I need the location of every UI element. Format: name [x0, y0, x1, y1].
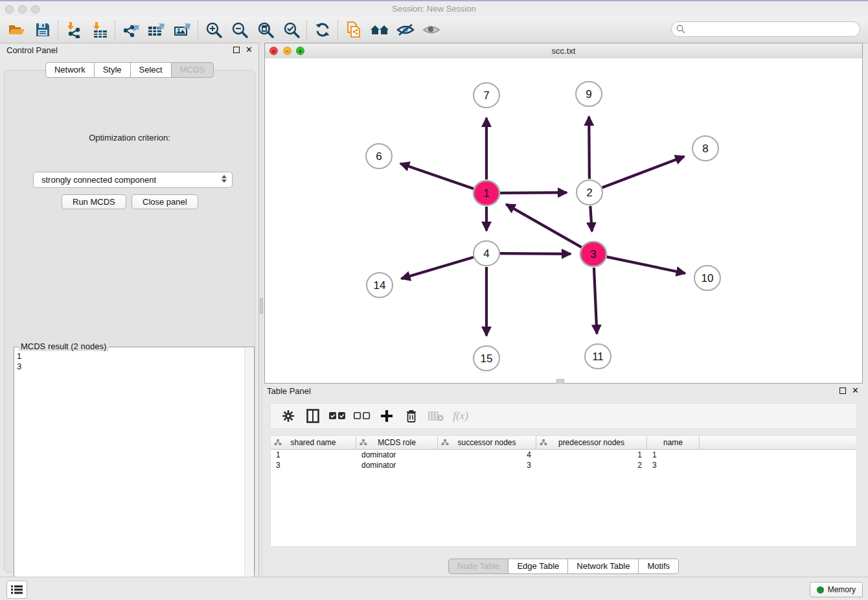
network-resize-grip[interactable] — [556, 379, 564, 384]
graph-node-6[interactable]: 6 — [366, 144, 392, 168]
refresh-layout-icon[interactable] — [310, 19, 336, 41]
column-header-MCDS-role[interactable]: MCDS role — [356, 436, 438, 449]
open-session-icon[interactable] — [4, 19, 30, 41]
select-all-icon[interactable] — [325, 406, 350, 426]
export-network-icon[interactable] — [118, 19, 144, 41]
panel-splitter[interactable] — [258, 43, 264, 577]
function-builder-icon[interactable]: f(x) — [448, 406, 473, 426]
tab-mcds[interactable]: MCDS — [172, 62, 214, 78]
zoom-in-icon[interactable] — [201, 19, 227, 41]
float-panel-icon[interactable] — [233, 47, 240, 53]
graph-node-1[interactable]: 1 — [474, 181, 499, 205]
column-header-name[interactable]: name — [647, 436, 700, 449]
graph-node-15[interactable]: 15 — [474, 346, 499, 371]
table-cell[interactable]: 3 — [271, 460, 356, 470]
unselect-all-icon[interactable] — [350, 406, 374, 426]
zoom-out-icon[interactable] — [227, 19, 253, 41]
graph-node-11[interactable]: 11 — [585, 344, 611, 369]
table-panel: Table Panel ✕ — [264, 385, 863, 575]
table-cell[interactable]: 1 — [647, 450, 700, 460]
copy-view-icon[interactable] — [341, 19, 367, 41]
add-row-icon[interactable] — [374, 406, 399, 426]
table-cell[interactable]: 3 — [438, 460, 536, 470]
tab-select[interactable]: Select — [131, 62, 172, 78]
tab-network-table[interactable]: Network Table — [568, 559, 639, 574]
run-mcds-button[interactable]: Run MCDS — [62, 194, 126, 209]
delete-row-trash-icon[interactable] — [399, 406, 424, 426]
graph-node-14[interactable]: 14 — [367, 273, 393, 297]
graph-node-2[interactable]: 2 — [577, 180, 602, 205]
search-input[interactable] — [671, 21, 860, 37]
edge-1-2[interactable] — [500, 192, 567, 193]
table-row[interactable]: 3dominator323 — [271, 460, 856, 470]
splitter-grip[interactable] — [260, 298, 263, 314]
tab-edge-table[interactable]: Edge Table — [508, 559, 568, 574]
control-panel-title: Control Panel — [6, 45, 58, 55]
tab-style[interactable]: Style — [95, 62, 131, 78]
column-header-successor-nodes[interactable]: successor nodes — [438, 436, 536, 449]
table-row[interactable]: 1dominator411 — [271, 450, 856, 460]
import-table-icon[interactable] — [87, 19, 113, 41]
graph-node-4[interactable]: 4 — [474, 241, 499, 266]
hide-details-eye-icon[interactable] — [393, 19, 418, 41]
column-header-predecessor-nodes[interactable]: predecessor nodes — [536, 436, 647, 449]
edge-3-11[interactable] — [594, 268, 597, 334]
graph-node-3[interactable]: 3 — [580, 242, 606, 266]
graph-node-9[interactable]: 9 — [576, 82, 602, 106]
table-cell[interactable]: 1 — [271, 450, 356, 460]
graph-node-10[interactable]: 10 — [694, 266, 720, 290]
node-table[interactable]: shared nameMCDS rolesuccessor nodesprede… — [270, 435, 857, 547]
edge-4-14[interactable] — [402, 257, 474, 279]
criterion-dropdown[interactable]: strongly connected component — [33, 172, 233, 188]
node-label: 9 — [586, 88, 591, 100]
graph-node-7[interactable]: 7 — [474, 83, 499, 108]
edge-4-3[interactable] — [500, 253, 571, 254]
export-image-icon[interactable] — [170, 19, 196, 41]
tab-motifs[interactable]: Motifs — [639, 559, 679, 574]
export-table-icon[interactable] — [144, 19, 170, 41]
close-table-panel-icon[interactable]: ✕ — [852, 387, 859, 394]
close-panel-button[interactable]: Close panel — [131, 194, 198, 209]
toolbar-separator — [58, 20, 59, 40]
delete-column-icon[interactable] — [424, 406, 448, 426]
node-label: 15 — [481, 352, 493, 365]
result-item[interactable]: 3 — [17, 362, 244, 372]
table-cell[interactable]: dominator — [356, 460, 438, 470]
network-window-title: scc.txt — [265, 46, 862, 56]
edge-3-10[interactable] — [607, 257, 685, 273]
task-history-button[interactable] — [6, 581, 27, 599]
column-header-shared-name[interactable]: shared name — [271, 436, 356, 449]
gear-icon[interactable] — [276, 406, 301, 426]
network-graph[interactable]: 7968124314101511 — [265, 58, 862, 383]
table-cell[interactable]: dominator — [356, 450, 438, 460]
node-label: 8 — [702, 143, 708, 155]
save-session-icon[interactable] — [30, 19, 56, 41]
network-window-titlebar[interactable]: ✕ − + scc.txt — [265, 43, 862, 59]
network-overview-icon[interactable] — [367, 19, 393, 41]
edge-3-1[interactable] — [506, 204, 581, 247]
import-network-icon[interactable] — [61, 19, 87, 41]
result-item[interactable]: 1 — [17, 351, 244, 362]
show-graphics-eye-icon[interactable] — [418, 19, 444, 41]
close-panel-icon[interactable]: ✕ — [246, 47, 253, 53]
edge-2-3[interactable] — [590, 206, 591, 231]
edge-2-8[interactable] — [602, 156, 685, 187]
dropdown-stepper-icon — [222, 175, 227, 183]
table-cell[interactable]: 4 — [438, 450, 536, 460]
tab-node-table[interactable]: Node Table — [448, 559, 509, 574]
table-cell[interactable]: 2 — [536, 460, 647, 470]
float-table-panel-icon[interactable] — [839, 387, 846, 394]
table-cell[interactable]: 1 — [536, 450, 647, 460]
network-canvas[interactable]: 7968124314101511 — [265, 58, 862, 383]
zoom-selected-icon[interactable] — [279, 19, 304, 41]
memory-button[interactable]: Memory — [810, 582, 863, 597]
columns-icon[interactable] — [301, 406, 325, 426]
main-titlebar: Session: New Session — [0, 1, 868, 17]
tab-network[interactable]: Network — [45, 62, 95, 78]
result-scrollbar[interactable] — [244, 348, 253, 590]
zoom-fit-icon[interactable] — [253, 19, 279, 41]
graph-node-8[interactable]: 8 — [692, 136, 718, 161]
edge-1-6[interactable] — [400, 163, 474, 189]
edge-2-9[interactable] — [589, 117, 589, 179]
table-cell[interactable]: 3 — [647, 460, 700, 470]
